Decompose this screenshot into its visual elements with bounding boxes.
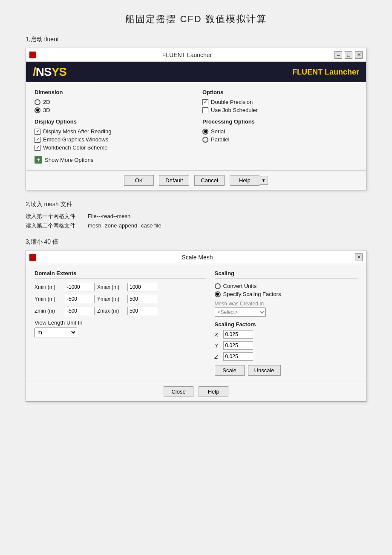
fluent-footer: OK Default Cancel Help ▼ [26, 170, 366, 190]
scale-close-button[interactable]: Close [164, 386, 193, 397]
scale-button[interactable]: Scale [215, 365, 245, 376]
options-title: Options [202, 89, 357, 95]
dim-2d-label: 2D [43, 99, 50, 105]
scale-close-x-button[interactable]: ✕ [355, 253, 363, 261]
dim-3d-option[interactable]: 3D [35, 107, 190, 113]
parallel-radio[interactable] [202, 137, 208, 143]
step2-row1: 读入第一个网格文件 File---read--mesh [26, 213, 366, 220]
step2-row2: 读入第二个网格文件 mesh--zone-append--case file [26, 222, 366, 230]
processing-radio-group: Serial Parallel [202, 128, 357, 143]
step1-label: 1,启动 fluent [26, 36, 366, 43]
convert-units-option[interactable]: Convert Units [215, 283, 357, 289]
scale-body: Domain Extents Xmin (m) Xmax (m) Ymin (m… [26, 264, 366, 382]
minimize-button[interactable]: – [334, 51, 342, 59]
window-controls: – □ ✕ [334, 51, 363, 59]
scale-right-col: Scaling Convert Units Specify Scaling Fa… [215, 270, 357, 376]
view-length-section: View Length Unit In m [35, 319, 206, 337]
scale-footer: Close Help [26, 382, 366, 401]
window-icon [29, 52, 36, 58]
embed-graphics-checkbox[interactable] [35, 137, 40, 143]
parallel-label: Parallel [211, 136, 229, 143]
fluent-left-col: Dimension 2D 3D Display Options Di [35, 89, 190, 164]
dimension-title: Dimension [35, 89, 190, 95]
scaling-radio-group: Convert Units Specify Scaling Factors [215, 283, 357, 297]
display-mesh-checkbox[interactable] [35, 129, 40, 135]
cancel-button[interactable]: Cancel [194, 175, 224, 186]
embed-graphics-checkbox-item[interactable]: Embed Graphics Windows [35, 136, 190, 143]
mesh-created-label: Mesh Was Created In [215, 301, 357, 307]
step2-row2-cmd: mesh--zone-append--case file [88, 222, 161, 229]
dimension-radio-group: 2D 3D [35, 99, 190, 113]
serial-radio[interactable] [202, 129, 208, 135]
ymax-label: Ymax (m) [97, 296, 125, 302]
mesh-created-select[interactable]: <Select> [215, 308, 266, 317]
view-length-label: View Length Unit In [35, 319, 206, 326]
scale-window-controls: ✕ [355, 253, 363, 261]
scale-btn-row: Scale Unscale [215, 365, 357, 376]
default-button[interactable]: Default [159, 175, 189, 186]
y-factor-row: Y [215, 341, 357, 350]
fluent-body: Dimension 2D 3D Display Options Di [26, 82, 366, 170]
unscale-button[interactable]: Unscale [248, 365, 281, 376]
ok-button[interactable]: OK [124, 175, 154, 186]
scaling-title: Scaling [215, 270, 357, 279]
use-job-scheduler-label: Use Job Scheduler [211, 107, 258, 113]
serial-option[interactable]: Serial [202, 128, 357, 135]
dim-3d-radio[interactable] [35, 107, 40, 113]
specify-scaling-radio[interactable] [215, 291, 221, 297]
step2-section: 2,读入 mesh 文件 读入第一个网格文件 File---read--mesh… [26, 201, 366, 230]
x-factor-input[interactable] [223, 330, 253, 339]
dim-2d-option[interactable]: 2D [35, 99, 190, 105]
double-precision-label: Double Precision [211, 99, 253, 105]
domain-title: Domain Extents [35, 270, 206, 279]
zmin-label: Zmin (m) [35, 308, 62, 314]
help-dropdown-arrow[interactable]: ▼ [259, 176, 268, 185]
display-options-group: Display Mesh After Reading Embed Graphic… [35, 128, 190, 151]
zmin-input[interactable] [65, 307, 95, 315]
xmax-label: Xmax (m) [97, 284, 125, 290]
close-button[interactable]: ✕ [355, 51, 363, 59]
step3-label: 3,缩小 40 倍 [26, 238, 366, 246]
scale-window-icon [29, 254, 36, 261]
fluent-right-col: Options Double Precision Use Job Schedul… [202, 89, 357, 164]
x-factor-label: X [215, 331, 221, 338]
show-more-options[interactable]: + Show More Options [35, 156, 190, 164]
fluent-launcher-label: FLUENT Launcher [292, 68, 359, 77]
help-button[interactable]: Help [230, 175, 259, 186]
y-factor-input[interactable] [223, 341, 253, 350]
scale-left-col: Domain Extents Xmin (m) Xmax (m) Ymin (m… [35, 270, 206, 376]
help-button-group: Help ▼ [230, 175, 268, 186]
double-precision-checkbox[interactable] [202, 99, 208, 105]
z-factor-row: Z [215, 352, 357, 361]
scale-mesh-window: Scale Mesh ✕ Domain Extents Xmin (m) Xma… [26, 250, 366, 402]
embed-graphics-label: Embed Graphics Windows [43, 136, 108, 143]
workbench-color-checkbox[interactable] [35, 145, 40, 151]
convert-units-radio[interactable] [215, 283, 221, 289]
use-job-scheduler-checkbox[interactable] [202, 107, 208, 113]
dim-2d-radio[interactable] [35, 99, 40, 105]
page-title: 船固定摇摆 CFD 数值模拟计算 [26, 13, 366, 26]
double-precision-checkbox-item[interactable]: Double Precision [202, 99, 357, 105]
convert-units-label: Convert Units [223, 283, 257, 289]
scaling-factors-title: Scaling Factors [215, 321, 357, 328]
show-more-label: Show More Options [45, 157, 93, 163]
zmax-input[interactable] [127, 307, 157, 315]
maximize-button[interactable]: □ [345, 51, 352, 59]
view-length-select[interactable]: m [35, 328, 77, 337]
zmin-row: Zmin (m) Zmax (m) [35, 307, 206, 315]
xmax-input[interactable] [127, 283, 157, 291]
ymax-input[interactable] [127, 295, 157, 303]
z-factor-input[interactable] [223, 352, 253, 361]
ymin-input[interactable] [65, 295, 95, 303]
scale-help-button[interactable]: Help [199, 386, 228, 397]
dim-3d-label: 3D [43, 107, 50, 113]
workbench-color-checkbox-item[interactable]: Workbench Color Scheme [35, 144, 190, 151]
parallel-option[interactable]: Parallel [202, 136, 357, 143]
display-options-title: Display Options [35, 118, 190, 125]
use-job-scheduler-checkbox-item[interactable]: Use Job Scheduler [202, 107, 357, 113]
specify-scaling-label: Specify Scaling Factors [223, 291, 281, 297]
xmin-input[interactable] [65, 283, 95, 291]
xmin-label: Xmin (m) [35, 284, 62, 290]
display-mesh-checkbox-item[interactable]: Display Mesh After Reading [35, 128, 190, 135]
specify-scaling-option[interactable]: Specify Scaling Factors [215, 291, 357, 297]
